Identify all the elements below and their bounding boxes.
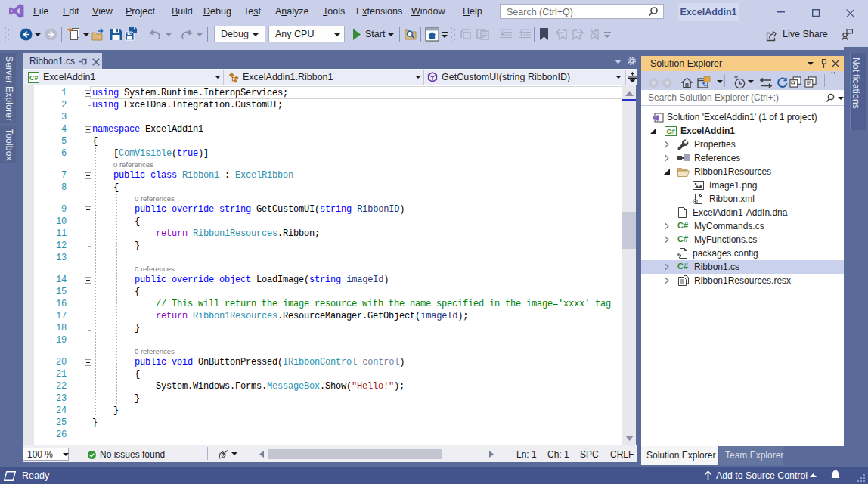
svg-text:C#: C#: [667, 128, 676, 135]
svg-text:C#: C#: [29, 74, 39, 82]
